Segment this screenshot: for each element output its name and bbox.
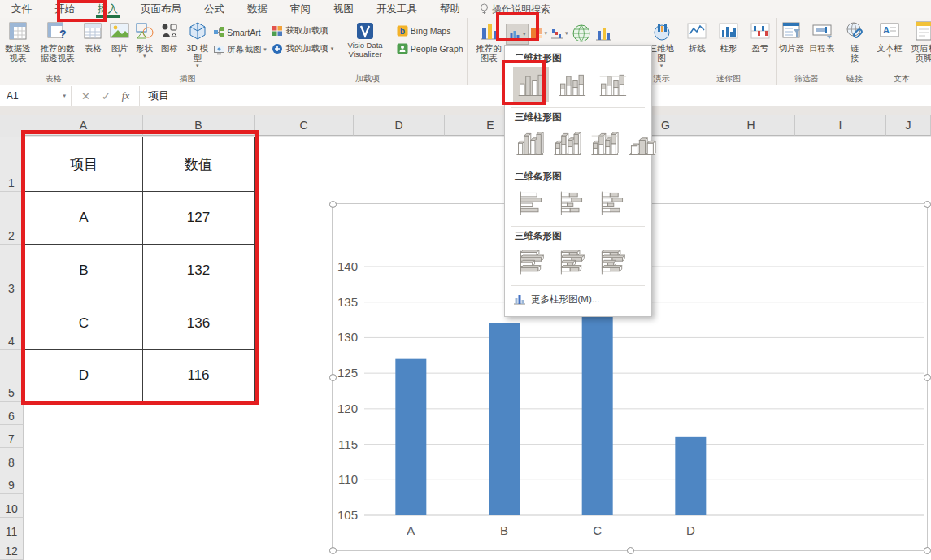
- textbox-button[interactable]: A 文本框▾: [873, 20, 906, 59]
- bing-maps-button[interactable]: b Bing Maps: [397, 25, 463, 37]
- table-cell[interactable]: 136: [143, 297, 255, 350]
- ribbon-tab-数据[interactable]: 数据: [236, 0, 279, 18]
- pivotchart-button[interactable]: [593, 24, 614, 43]
- ribbon-tab-视图[interactable]: 视图: [322, 0, 365, 18]
- chart-selection-handle[interactable]: [627, 547, 634, 554]
- chart-type-column-3d[interactable]: [625, 127, 658, 161]
- table-cell[interactable]: 132: [143, 245, 255, 297]
- name-box[interactable]: A1 ▾: [0, 86, 72, 106]
- insert-function-icon[interactable]: fx: [122, 89, 129, 102]
- row-header-5[interactable]: 5: [0, 350, 24, 402]
- timeline-button[interactable]: 日程表: [809, 20, 835, 53]
- more-column-charts-item[interactable]: 更多柱形图(M)...: [505, 287, 651, 306]
- sparkline-line-button[interactable]: 折线: [686, 20, 707, 53]
- row-header-11[interactable]: 11: [0, 518, 24, 540]
- table-header-cell[interactable]: 数值: [143, 137, 255, 192]
- table-cell[interactable]: C: [24, 297, 143, 350]
- column-header-B[interactable]: B: [143, 115, 255, 136]
- column-header-D[interactable]: D: [354, 115, 445, 136]
- chart-type-stacked-bar-100[interactable]: [594, 186, 630, 220]
- table-header-cell[interactable]: 项目: [24, 137, 143, 192]
- chart-type-clustered-column-3d[interactable]: [513, 127, 546, 161]
- column-header-H[interactable]: H: [707, 115, 795, 136]
- recommended-pivottables-button[interactable]: ? 推荐的数据透视表: [38, 20, 76, 63]
- chart-selection-handle[interactable]: [329, 547, 337, 554]
- chart-type-stacked-bar[interactable]: [554, 186, 589, 220]
- enter-icon[interactable]: ✓: [102, 90, 111, 102]
- row-header-3[interactable]: 3: [0, 245, 24, 297]
- table-cell[interactable]: B: [24, 245, 143, 297]
- chart-type-clustered-bar[interactable]: [513, 186, 549, 220]
- ribbon-tab-文件[interactable]: 文件: [0, 0, 43, 18]
- row-header-10[interactable]: 10: [0, 494, 24, 518]
- table-button[interactable]: 表格: [82, 20, 103, 53]
- chart-selection-handle[interactable]: [329, 201, 337, 208]
- chart-selection-handle[interactable]: [924, 547, 931, 554]
- ribbon-tab-页面布局[interactable]: 页面布局: [129, 0, 193, 18]
- chart-bar-B[interactable]: [489, 323, 520, 515]
- chart-type-stacked-bar-100-3d[interactable]: [594, 245, 630, 280]
- link-button[interactable]: 链接: [844, 20, 865, 63]
- chart-type-clustered-column[interactable]: [513, 67, 549, 102]
- row-header-7[interactable]: 7: [0, 425, 24, 448]
- chart-type-stacked-column[interactable]: [554, 67, 589, 102]
- recommended-charts-button[interactable]: 推荐的图表: [472, 20, 505, 63]
- insert-waterfall-chart-button[interactable]: ▾: [549, 24, 570, 43]
- chart-bar-A[interactable]: [395, 359, 426, 515]
- chart-type-stacked-column-100-3d[interactable]: [588, 127, 620, 161]
- get-addins-button[interactable]: 获取加载项: [272, 25, 333, 37]
- chart-selection-handle[interactable]: [924, 201, 931, 208]
- pivottable-button[interactable]: 数据透视表: [3, 20, 33, 63]
- column-headers[interactable]: ABCDEFGHIJ: [0, 115, 931, 137]
- icons-button[interactable]: 图标: [159, 20, 180, 53]
- column-header-I[interactable]: I: [795, 115, 886, 136]
- row-header-9[interactable]: 9: [0, 471, 24, 494]
- header-footer-button[interactable]: 页眉和页脚: [907, 20, 931, 63]
- insert-map-chart-button[interactable]: [570, 24, 593, 43]
- ribbon-tab-开始[interactable]: 开始: [43, 0, 86, 18]
- chart-bar-D[interactable]: [675, 437, 706, 515]
- ribbon-tab-帮助[interactable]: 帮助: [429, 0, 472, 18]
- column-header-J[interactable]: J: [886, 115, 931, 136]
- sparkline-column-button[interactable]: 柱形: [718, 20, 739, 53]
- insert-column-chart-button[interactable]: ▾: [506, 24, 529, 45]
- smartart-button[interactable]: SmartArt: [214, 27, 267, 37]
- chart-type-stacked-column-3d[interactable]: [550, 127, 583, 161]
- row-header-2[interactable]: 2: [0, 192, 24, 245]
- shapes-button[interactable]: 形状▾: [134, 20, 155, 59]
- column-header-A[interactable]: A: [24, 115, 143, 136]
- pictures-button[interactable]: 图片▾: [109, 20, 130, 59]
- screenshot-button[interactable]: 屏幕截图▾: [214, 44, 267, 55]
- table-cell[interactable]: 116: [143, 350, 255, 402]
- sparkline-winloss-button[interactable]: 盈亏: [750, 20, 771, 53]
- ribbon-tab-审阅[interactable]: 审阅: [279, 0, 322, 18]
- cancel-icon[interactable]: ✕: [81, 90, 90, 102]
- ribbon-tab-公式[interactable]: 公式: [193, 0, 236, 18]
- row-header-12[interactable]: 12: [0, 540, 24, 560]
- table-cell[interactable]: D: [24, 350, 143, 402]
- column-header-C[interactable]: C: [255, 115, 354, 136]
- people-graph-button[interactable]: People Graph: [397, 43, 463, 54]
- chart-type-stacked-bar-3d[interactable]: [554, 245, 589, 280]
- formula-input[interactable]: 项目: [140, 89, 169, 103]
- chart-selection-handle[interactable]: [924, 374, 931, 381]
- row-header-1[interactable]: 1: [0, 137, 24, 192]
- row-header-6[interactable]: 6: [0, 402, 24, 425]
- chart-type-clustered-bar-3d[interactable]: [513, 245, 549, 280]
- ribbon-tab-开发工具[interactable]: 开发工具: [365, 0, 429, 18]
- my-addins-button[interactable]: 我的加载项▾: [272, 43, 333, 54]
- insert-hierarchy-chart-button[interactable]: ▾: [529, 24, 550, 43]
- chart-type-stacked-column-100[interactable]: [594, 67, 630, 102]
- ribbon-tab-插入[interactable]: 插入: [86, 0, 129, 18]
- 3d-models-button[interactable]: 3D 模型▾: [184, 20, 211, 69]
- row-header-4[interactable]: 4: [0, 297, 24, 350]
- name-box-dropdown-icon[interactable]: ▾: [63, 93, 66, 99]
- slicer-button[interactable]: 切片器: [779, 20, 805, 53]
- chart-selection-handle[interactable]: [329, 374, 337, 381]
- chart-bar-C[interactable]: [582, 295, 613, 515]
- table-cell[interactable]: 127: [143, 192, 255, 245]
- row-header-8[interactable]: 8: [0, 448, 24, 471]
- visio-data-visualizer-button[interactable]: Visio Data Visualizer: [342, 20, 389, 59]
- table-cell[interactable]: A: [24, 192, 143, 245]
- tell-me-search[interactable]: 操作说明搜索: [480, 2, 550, 16]
